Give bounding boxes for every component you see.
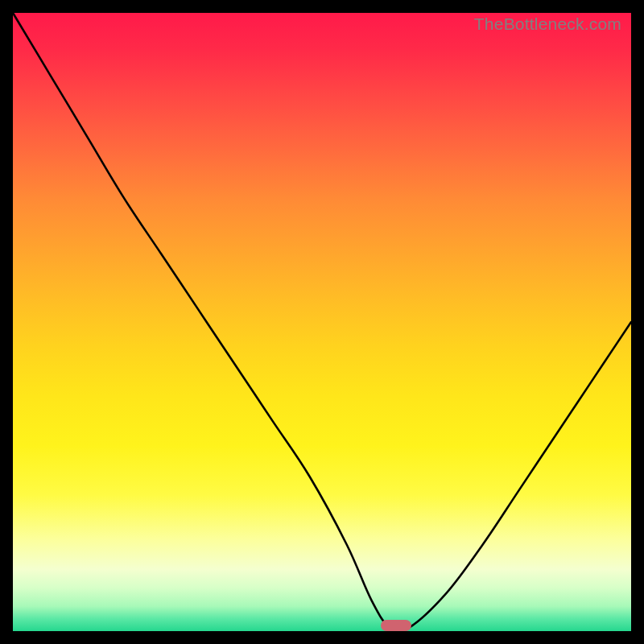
optimum-marker bbox=[381, 620, 411, 631]
curve-path bbox=[13, 13, 631, 632]
plot-area: TheBottleneck.com bbox=[13, 13, 631, 631]
bottleneck-curve bbox=[13, 13, 631, 631]
chart-container: TheBottleneck.com bbox=[0, 0, 644, 644]
